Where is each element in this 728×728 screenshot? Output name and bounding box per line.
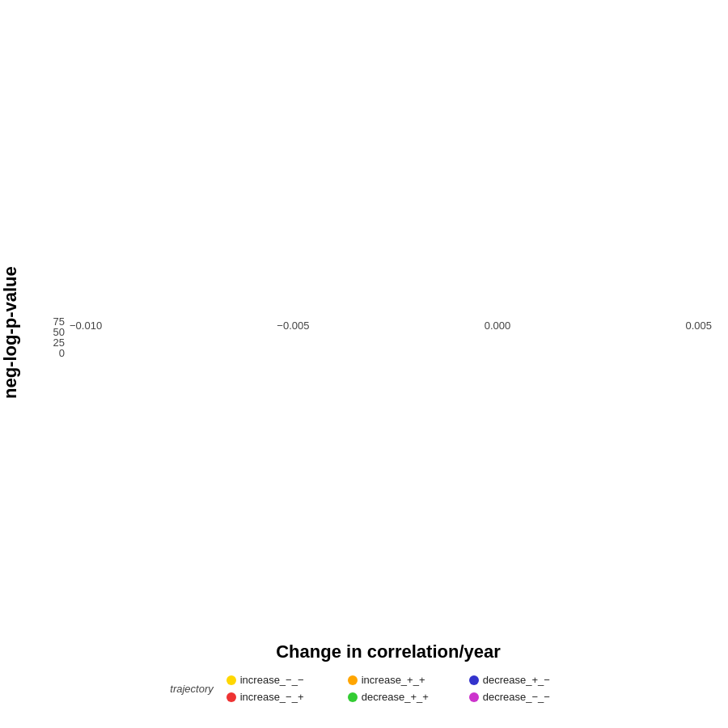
x-axis-area: −0.010 −0.005 0.000 0.005 xyxy=(70,316,712,357)
legend-dot-2 xyxy=(469,675,479,685)
legend-row-2: increase_−_+ decrease_+_+ decrease_−_− xyxy=(226,691,574,703)
legend-item-4: decrease_+_+ xyxy=(348,691,453,703)
legend-item-0: increase_−_− xyxy=(226,674,332,686)
legend-rows: increase_−_− increase_+_+ decrease_+_− i… xyxy=(226,674,574,703)
legend-title: trajectory xyxy=(170,683,213,695)
legend-label-3: increase_−_+ xyxy=(240,691,304,703)
chart-area: 75 50 25 0 xyxy=(29,308,728,357)
legend-label-5: decrease_−_− xyxy=(483,691,550,703)
legend-dot-4 xyxy=(348,692,358,702)
legend-item-2: decrease_+_− xyxy=(469,674,574,686)
legend-dot-3 xyxy=(226,692,236,702)
legend-row-1: increase_−_− increase_+_+ decrease_+_− xyxy=(226,674,574,686)
x-axis-label: Change in correlation/year xyxy=(276,641,501,662)
y-axis-label: neg-log-p-value xyxy=(0,25,26,640)
chart-container: neg-log-p-value 75 50 25 0 xyxy=(0,0,728,728)
legend-label-4: decrease_+_+ xyxy=(362,691,429,703)
legend-label-2: decrease_+_− xyxy=(483,674,550,686)
legend-dot-0 xyxy=(226,675,236,685)
legend-label-1: increase_+_+ xyxy=(362,674,425,686)
legend-item-1: increase_+_+ xyxy=(348,674,453,686)
x-tick-minus010: −0.010 xyxy=(70,320,102,332)
x-tick-minus005: −0.005 xyxy=(277,320,309,332)
chart-wrapper: neg-log-p-value 75 50 25 0 xyxy=(0,25,728,640)
legend-item-3: increase_−_+ xyxy=(226,691,332,703)
legend-dot-1 xyxy=(348,675,358,685)
x-tick-plus005: 0.005 xyxy=(685,320,712,332)
legend-label-0: increase_−_− xyxy=(240,674,304,686)
legend-dot-5 xyxy=(469,692,479,702)
legend-area: trajectory increase_−_− increase_+_+ dec… xyxy=(24,674,720,703)
x-tick-000: 0.000 xyxy=(485,320,511,332)
legend-item-5: decrease_−_− xyxy=(469,691,574,703)
y-tick-0: 0 xyxy=(29,348,65,358)
